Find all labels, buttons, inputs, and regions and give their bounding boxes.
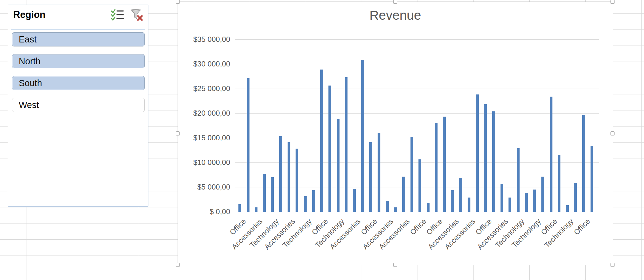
revenue-bar[interactable] [541, 177, 544, 212]
resize-handle-mid-left[interactable] [176, 131, 180, 135]
revenue-chart[interactable]: Revenue $35 000,00$30 000,00$25 000,00$2… [178, 2, 613, 265]
revenue-bar[interactable] [566, 205, 569, 212]
clear-filter-icon [130, 9, 143, 23]
revenue-bar[interactable] [328, 86, 331, 212]
revenue-bar[interactable] [574, 183, 577, 212]
horizontal-gridline [235, 39, 599, 40]
x-axis-line [235, 212, 599, 212]
region-slicer[interactable]: Region [8, 5, 148, 207]
multi-select-button[interactable] [111, 9, 125, 22]
y-axis-label: $5 000,00 [169, 182, 230, 192]
revenue-bar[interactable] [369, 142, 372, 212]
revenue-bar[interactable] [476, 94, 479, 212]
revenue-bar[interactable] [247, 78, 249, 212]
y-axis-label: $20 000,00 [169, 109, 230, 118]
clear-filter-button[interactable] [130, 9, 144, 22]
slicer-item-label: North [19, 56, 41, 66]
resize-handle-bottom-left[interactable] [176, 263, 180, 267]
resize-handle-bottom-right[interactable] [611, 263, 615, 267]
chart-title: Revenue [178, 8, 613, 23]
revenue-bar[interactable] [443, 117, 446, 212]
revenue-bar[interactable] [279, 136, 282, 212]
horizontal-gridline [235, 138, 599, 138]
multi-select-icon [111, 9, 124, 22]
resize-handle-top-center[interactable] [393, 0, 397, 4]
slicer-item-label: South [19, 78, 42, 88]
revenue-bar[interactable] [255, 207, 257, 212]
revenue-bar[interactable] [501, 184, 503, 212]
revenue-bar[interactable] [468, 198, 470, 212]
resize-handle-mid-right[interactable] [611, 131, 615, 135]
y-axis-label: $10 000,00 [169, 158, 230, 167]
slicer-item-south[interactable]: South [12, 76, 145, 90]
spreadsheet-canvas: Region [0, 0, 644, 280]
revenue-bar[interactable] [402, 177, 405, 212]
resize-handle-bottom-center[interactable] [393, 263, 397, 267]
revenue-bar[interactable] [591, 146, 593, 212]
revenue-bar[interactable] [353, 189, 356, 212]
slicer-item-label: West [19, 100, 39, 110]
slicer-header: Region [8, 5, 148, 25]
slicer-title: Region [13, 9, 45, 20]
revenue-bar[interactable] [238, 204, 241, 212]
revenue-bar[interactable] [378, 133, 380, 212]
slicer-item-east[interactable]: East [12, 32, 145, 46]
revenue-bar[interactable] [525, 193, 528, 212]
revenue-bar[interactable] [394, 207, 397, 212]
revenue-bar[interactable] [271, 177, 274, 212]
revenue-bar[interactable] [320, 70, 323, 212]
revenue-bar[interactable] [459, 178, 462, 212]
slicer-item-label: East [19, 34, 37, 45]
revenue-bar[interactable] [582, 115, 585, 212]
revenue-bar[interactable] [337, 119, 340, 212]
revenue-bar[interactable] [304, 196, 307, 212]
y-axis-label: $ 0,00 [169, 207, 230, 216]
slicer-header-separator [11, 29, 145, 30]
revenue-bar[interactable] [312, 190, 315, 212]
revenue-bar[interactable] [288, 142, 290, 212]
y-axis-label: $25 000,00 [169, 84, 230, 93]
horizontal-gridline [235, 64, 599, 64]
revenue-bar[interactable] [484, 104, 487, 212]
revenue-bar[interactable] [386, 201, 389, 212]
revenue-bar[interactable] [435, 123, 438, 212]
revenue-bar[interactable] [296, 149, 298, 212]
revenue-bar[interactable] [550, 97, 552, 212]
y-axis-label: $35 000,00 [169, 35, 230, 44]
y-axis-label: $30 000,00 [169, 59, 230, 69]
revenue-bar[interactable] [418, 159, 421, 212]
revenue-bar[interactable] [345, 77, 348, 212]
revenue-bar[interactable] [451, 190, 454, 212]
slicer-item-west[interactable]: West [12, 98, 145, 112]
revenue-bar[interactable] [263, 174, 266, 212]
resize-handle-top-right[interactable] [611, 0, 615, 4]
revenue-bar[interactable] [361, 60, 364, 212]
revenue-bar[interactable] [410, 137, 413, 212]
horizontal-gridline [235, 89, 599, 89]
revenue-bar[interactable] [517, 148, 520, 212]
revenue-bar[interactable] [558, 155, 560, 212]
revenue-bar[interactable] [533, 190, 536, 212]
revenue-bar[interactable] [427, 203, 430, 212]
slicer-item-north[interactable]: North [12, 54, 145, 68]
horizontal-gridline [235, 113, 599, 114]
revenue-bar[interactable] [492, 111, 495, 212]
revenue-bar[interactable] [509, 198, 511, 212]
resize-handle-top-left[interactable] [176, 0, 180, 4]
